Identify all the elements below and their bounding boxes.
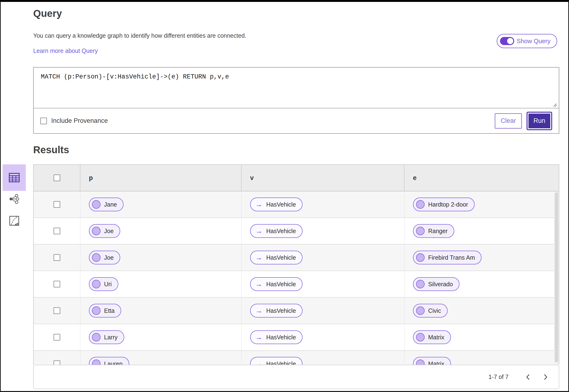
node-pill-label: Ranger bbox=[428, 228, 448, 235]
row-checkbox[interactable] bbox=[54, 361, 60, 365]
arrow-right-icon: → bbox=[255, 201, 263, 208]
arrow-right-icon: → bbox=[255, 360, 263, 365]
node-circle-icon bbox=[416, 227, 425, 235]
arrow-right-icon: → bbox=[255, 280, 263, 288]
pagination-range-label: 1-7 of 7 bbox=[488, 374, 509, 380]
table-row: Jane → HasVehicle Hardtop 2-door bbox=[34, 191, 559, 218]
scrollbar-thumb[interactable] bbox=[555, 193, 558, 362]
row-checkbox[interactable] bbox=[54, 254, 60, 261]
arrow-right-icon: → bbox=[255, 227, 263, 235]
node-pill-label: Jane bbox=[104, 201, 117, 208]
node-pill[interactable]: Lauren bbox=[89, 357, 129, 365]
toggle-switch-icon bbox=[500, 37, 514, 45]
edge-pill-label: HasVehicle bbox=[266, 201, 296, 208]
edge-pill-label: HasVehicle bbox=[266, 228, 296, 235]
node-pill-label: Larry bbox=[104, 334, 118, 341]
clear-button[interactable]: Clear bbox=[495, 113, 522, 128]
table-header-row: p v e bbox=[34, 165, 559, 191]
results-table: p v e Jane → HasVehicle Hardtop 2-door bbox=[33, 164, 559, 365]
node-circle-icon bbox=[416, 306, 425, 315]
sidebar-item-map-view[interactable] bbox=[3, 212, 26, 229]
node-pill[interactable]: Etta bbox=[89, 304, 121, 318]
arrow-right-icon: → bbox=[255, 254, 263, 261]
edge-pill-label: HasVehicle bbox=[266, 334, 296, 341]
select-all-checkbox[interactable] bbox=[54, 175, 60, 181]
table-body: Jane → HasVehicle Hardtop 2-door Joe bbox=[34, 191, 559, 365]
node-pill[interactable]: Matrix bbox=[413, 357, 451, 365]
node-pill[interactable]: Joe bbox=[89, 251, 120, 265]
node-circle-icon bbox=[92, 360, 100, 365]
node-pill[interactable]: Jane bbox=[89, 197, 124, 211]
edge-pill[interactable]: → HasVehicle bbox=[250, 224, 303, 238]
sidebar-item-graph-view[interactable] bbox=[3, 191, 26, 207]
previous-page-button[interactable] bbox=[523, 372, 533, 382]
sidebar-item-table-view[interactable] bbox=[3, 164, 26, 191]
edge-pill[interactable]: → HasVehicle bbox=[250, 357, 303, 365]
node-pill[interactable]: Joe bbox=[89, 224, 120, 238]
map-icon bbox=[9, 216, 19, 226]
show-query-toggle[interactable]: Show Query bbox=[497, 34, 557, 48]
edge-pill[interactable]: → HasVehicle bbox=[250, 251, 303, 265]
edge-pill-label: HasVehicle bbox=[266, 254, 296, 261]
node-circle-icon bbox=[416, 200, 425, 209]
edge-pill-label: HasVehicle bbox=[266, 281, 296, 288]
node-pill-label: Joe bbox=[104, 254, 113, 261]
row-checkbox[interactable] bbox=[54, 307, 60, 314]
node-pill[interactable]: Silverado bbox=[413, 277, 459, 291]
node-circle-icon bbox=[416, 280, 425, 288]
resize-grip-icon[interactable] bbox=[552, 102, 557, 107]
table-row: Uri → HasVehicle Silverado bbox=[34, 271, 559, 298]
query-card-footer: Include Provenance Clear Run bbox=[34, 108, 559, 133]
node-pill-label: Joe bbox=[104, 228, 113, 235]
row-checkbox[interactable] bbox=[54, 201, 60, 208]
node-pill-label: Hardtop 2-door bbox=[428, 201, 468, 208]
table-row: Etta → HasVehicle Civic bbox=[34, 298, 559, 324]
node-circle-icon bbox=[92, 253, 100, 262]
node-circle-icon bbox=[92, 200, 100, 209]
edge-pill[interactable]: → HasVehicle bbox=[250, 197, 303, 211]
edge-pill[interactable]: → HasVehicle bbox=[250, 330, 303, 344]
show-query-label: Show Query bbox=[517, 38, 551, 45]
row-checkbox[interactable] bbox=[54, 334, 60, 340]
results-title: Results bbox=[33, 144, 69, 155]
node-pill[interactable]: Larry bbox=[89, 330, 124, 344]
node-pill[interactable]: Matrix bbox=[413, 330, 451, 344]
page-title: Query bbox=[33, 8, 62, 19]
table-row: Joe → HasVehicle Ranger bbox=[34, 218, 559, 244]
run-button[interactable]: Run bbox=[527, 113, 551, 129]
node-pill[interactable]: Uri bbox=[89, 277, 118, 291]
edge-pill[interactable]: → HasVehicle bbox=[250, 304, 303, 318]
table-row: Larry → HasVehicle Matrix bbox=[34, 324, 559, 351]
table-row: Joe → HasVehicle Firebird Trans Am bbox=[34, 244, 559, 271]
node-pill-label: Matrix bbox=[428, 334, 444, 341]
learn-more-link[interactable]: Learn more about Query bbox=[33, 47, 98, 54]
node-pill[interactable]: Ranger bbox=[413, 224, 454, 238]
node-pill-label: Matrix bbox=[428, 361, 444, 365]
include-provenance-checkbox[interactable] bbox=[40, 118, 47, 124]
node-circle-icon bbox=[416, 333, 425, 341]
node-pill-label: Etta bbox=[104, 307, 114, 314]
chevron-left-icon bbox=[525, 374, 531, 380]
edge-pill[interactable]: → HasVehicle bbox=[250, 277, 303, 291]
node-pill-label: Civic bbox=[428, 307, 441, 314]
arrow-right-icon: → bbox=[255, 334, 263, 341]
node-pill[interactable]: Civic bbox=[413, 304, 448, 318]
include-provenance-label: Include Provenance bbox=[51, 117, 108, 125]
table-row: Lauren → HasVehicle Matrix bbox=[34, 351, 559, 365]
row-checkbox[interactable] bbox=[54, 281, 60, 287]
node-pill-label: Firebird Trans Am bbox=[428, 254, 475, 261]
page-description: You can query a knowledge graph to ident… bbox=[33, 32, 246, 39]
vertical-scrollbar bbox=[554, 191, 559, 365]
row-checkbox[interactable] bbox=[54, 228, 60, 234]
node-pill[interactable]: Hardtop 2-door bbox=[413, 197, 475, 211]
column-header-e: e bbox=[413, 174, 416, 182]
node-circle-icon bbox=[92, 227, 100, 235]
node-circle-icon bbox=[92, 306, 100, 315]
column-header-v: v bbox=[250, 174, 254, 182]
node-circle-icon bbox=[92, 333, 100, 341]
pagination-footer: 1-7 of 7 bbox=[33, 365, 559, 389]
query-input[interactable]: MATCH (p:Person)-[v:HasVehicle]->(e) RET… bbox=[34, 68, 559, 108]
node-pill[interactable]: Firebird Trans Am bbox=[413, 251, 482, 265]
column-header-p: p bbox=[89, 174, 93, 182]
next-page-button[interactable] bbox=[540, 372, 551, 382]
